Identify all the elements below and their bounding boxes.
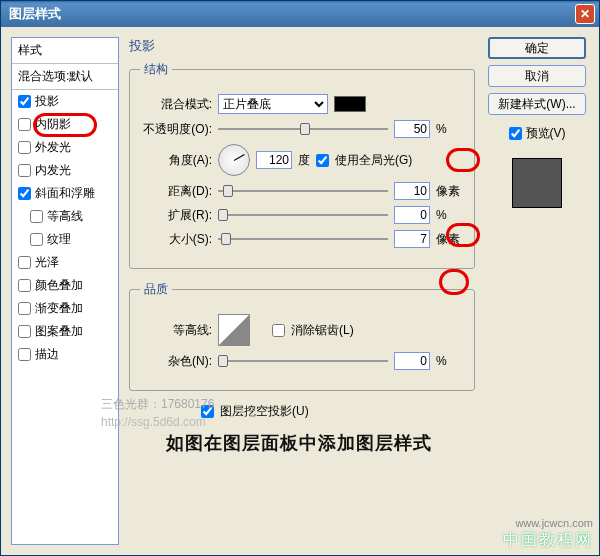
style-item-texture[interactable]: 纹理	[12, 228, 118, 251]
contour-label: 等高线:	[140, 322, 212, 339]
opacity-input[interactable]	[394, 120, 430, 138]
titlebar: 图层样式 ✕	[1, 1, 599, 27]
style-item-outer-glow[interactable]: 外发光	[12, 136, 118, 159]
style-item-inner-glow[interactable]: 内发光	[12, 159, 118, 182]
structure-legend: 结构	[140, 61, 172, 78]
style-check[interactable]	[30, 233, 43, 246]
section-title: 投影	[129, 37, 475, 55]
style-check[interactable]	[18, 256, 31, 269]
size-label: 大小(S):	[140, 231, 212, 248]
spread-input[interactable]	[394, 206, 430, 224]
style-item-drop-shadow[interactable]: 投影	[12, 90, 118, 113]
antialias-label: 消除锯齿(L)	[291, 322, 354, 339]
style-item-color-overlay[interactable]: 颜色叠加	[12, 274, 118, 297]
contour-picker[interactable]	[218, 314, 250, 346]
opacity-label: 不透明度(O):	[140, 121, 212, 138]
antialias-check[interactable]	[272, 324, 285, 337]
noise-label: 杂色(N):	[140, 353, 212, 370]
footer-url: www.jcwcn.com	[515, 517, 593, 529]
spread-label: 扩展(R):	[140, 207, 212, 224]
close-button[interactable]: ✕	[575, 4, 595, 24]
angle-input[interactable]	[256, 151, 292, 169]
preview-label: 预览(V)	[526, 125, 566, 142]
style-check[interactable]	[18, 118, 31, 131]
style-item-pattern-overlay[interactable]: 图案叠加	[12, 320, 118, 343]
blend-mode-label: 混合模式:	[140, 96, 212, 113]
global-light-check[interactable]	[316, 154, 329, 167]
style-item-satin[interactable]: 光泽	[12, 251, 118, 274]
angle-dial[interactable]	[218, 144, 250, 176]
watermark-url: http://ssg.5d6d.com	[101, 415, 206, 429]
cancel-button[interactable]: 取消	[488, 65, 586, 87]
blend-mode-select[interactable]: 正片叠底	[218, 94, 328, 114]
main-panel: 投影 结构 混合模式: 正片叠底 不透明度(O): % 角度(A):	[129, 37, 475, 545]
style-item-contour[interactable]: 等高线	[12, 205, 118, 228]
styles-header[interactable]: 样式	[12, 38, 118, 64]
structure-group: 结构 混合模式: 正片叠底 不透明度(O): % 角度(A): 度	[129, 61, 475, 269]
knockout-label: 图层挖空投影(U)	[220, 403, 309, 420]
preview-swatch	[512, 158, 562, 208]
shadow-color-swatch[interactable]	[334, 96, 366, 112]
style-check[interactable]	[18, 164, 31, 177]
watermark-text: 三色光群：17680176	[101, 396, 214, 413]
style-check[interactable]	[18, 348, 31, 361]
size-input[interactable]	[394, 230, 430, 248]
quality-legend: 品质	[140, 281, 172, 298]
window-title: 图层样式	[5, 5, 575, 23]
instruction-caption: 如图在图层面板中添加图层样式	[166, 431, 432, 455]
styles-list: 样式 混合选项:默认 投影 内阴影 外发光 内发光 斜面和浮雕 等高线 纹理 光…	[11, 37, 119, 545]
style-check[interactable]	[18, 95, 31, 108]
spread-slider[interactable]	[218, 208, 388, 222]
style-check[interactable]	[18, 302, 31, 315]
footer-watermark: 中国教程网	[503, 530, 593, 551]
global-light-label: 使用全局光(G)	[335, 152, 412, 169]
right-panel: 确定 取消 新建样式(W)... 预览(V)	[485, 37, 589, 545]
distance-slider[interactable]	[218, 184, 388, 198]
noise-input[interactable]	[394, 352, 430, 370]
angle-label: 角度(A):	[140, 152, 212, 169]
distance-input[interactable]	[394, 182, 430, 200]
style-check[interactable]	[18, 187, 31, 200]
size-slider[interactable]	[218, 232, 388, 246]
layer-style-dialog: 图层样式 ✕ 样式 混合选项:默认 投影 内阴影 外发光 内发光 斜面和浮雕 等…	[0, 0, 600, 556]
style-check[interactable]	[18, 141, 31, 154]
style-item-bevel[interactable]: 斜面和浮雕	[12, 182, 118, 205]
style-item-gradient-overlay[interactable]: 渐变叠加	[12, 297, 118, 320]
style-check[interactable]	[18, 325, 31, 338]
style-check[interactable]	[30, 210, 43, 223]
style-item-inner-shadow[interactable]: 内阴影	[12, 113, 118, 136]
noise-slider[interactable]	[218, 354, 388, 368]
new-style-button[interactable]: 新建样式(W)...	[488, 93, 586, 115]
style-item-stroke[interactable]: 描边	[12, 343, 118, 366]
ok-button[interactable]: 确定	[488, 37, 586, 59]
distance-label: 距离(D):	[140, 183, 212, 200]
style-check[interactable]	[18, 279, 31, 292]
preview-check[interactable]	[509, 127, 522, 140]
quality-group: 品质 等高线: 消除锯齿(L) 杂色(N): %	[129, 281, 475, 391]
blend-options[interactable]: 混合选项:默认	[12, 64, 118, 90]
opacity-slider[interactable]	[218, 122, 388, 136]
